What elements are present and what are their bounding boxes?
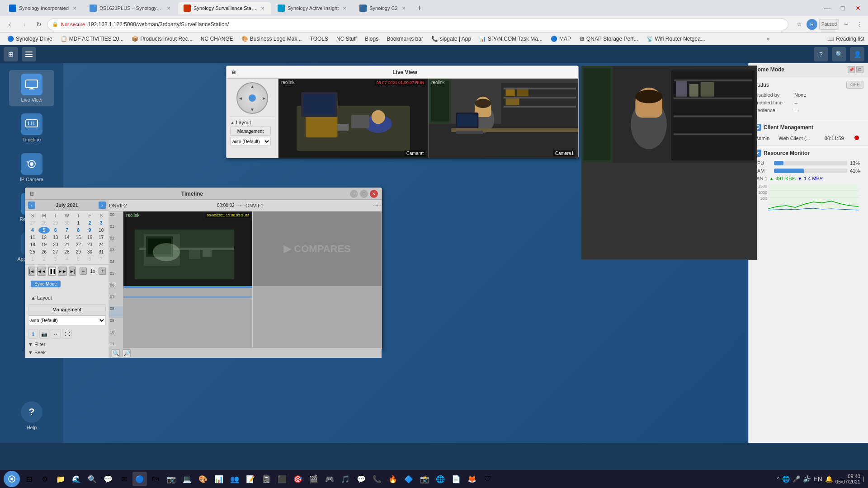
ptz-center-button[interactable] <box>249 94 256 102</box>
cal-day-5-next[interactable]: 5 <box>73 256 84 263</box>
bookmark-tools[interactable]: TOOLS <box>307 35 332 43</box>
cal-day-27[interactable]: 27 <box>50 249 61 255</box>
taskbar-clock[interactable]: 09:40 05/07/2021 <box>835 474 860 484</box>
tab-c2[interactable]: Synology C2 ✕ <box>354 2 412 14</box>
sidebar-item-help[interactable]: ? Help <box>9 398 54 434</box>
minimize-browser-button[interactable]: — <box>821 2 834 14</box>
cal-day-5-today[interactable]: 5 <box>38 227 49 234</box>
more-tools-button[interactable]: ⋮ <box>854 19 864 30</box>
timeline-close-button[interactable]: ✕ <box>370 190 378 198</box>
ptz-right-button[interactable]: ► <box>262 96 266 101</box>
cal-day-16[interactable]: 16 <box>84 234 95 241</box>
bookmark-products[interactable]: 📦 Products In/out Rec... <box>128 35 196 43</box>
cal-day-10[interactable]: 10 <box>96 227 107 234</box>
taskbar-item-torch[interactable]: 🔥 <box>386 472 400 486</box>
bookmark-mdf[interactable]: 📋 MDF ACTIVITIES 20... <box>57 35 127 43</box>
cal-day-21[interactable]: 21 <box>61 241 72 248</box>
cal-day-2[interactable]: 2 <box>84 220 95 226</box>
tab-close-5[interactable]: ✕ <box>401 5 407 11</box>
tl-play-pause-button[interactable]: ▐▐ <box>48 267 56 276</box>
bookmark-blogs[interactable]: Blogs <box>361 35 382 43</box>
cal-day-19[interactable]: 19 <box>38 241 49 248</box>
tab-close-4[interactable]: ✕ <box>341 5 348 11</box>
bookmark-span[interactable]: 📊 SPAN.COM Task Ma... <box>476 35 546 43</box>
timeline-layout-toggle[interactable]: ▲ Layout <box>28 293 106 303</box>
cal-day-4[interactable]: 4 <box>27 227 38 234</box>
taskbar-item-excel[interactable]: 📊 <box>212 472 226 486</box>
sidebar-item-live-view[interactable]: Live View <box>9 70 54 106</box>
cal-day-15[interactable]: 15 <box>73 234 84 241</box>
system-tray-expand[interactable]: ^ <box>777 476 780 482</box>
bookmark-nc-stuff[interactable]: NC Stuff <box>333 35 360 43</box>
timeline-minimize-button[interactable]: — <box>350 190 358 198</box>
bookmark-wordpress[interactable]: 🔵 MAP <box>547 35 575 43</box>
taskbar-item-vlc[interactable]: 🎬 <box>307 472 321 486</box>
timeline-layout-dropdown[interactable]: auto (Default) <box>28 315 106 325</box>
taskbar-item-taskview[interactable]: ⊞ <box>22 472 36 486</box>
taskbar-item-word[interactable]: 📝 <box>243 472 258 486</box>
taskbar-item-pdf[interactable]: 📄 <box>449 472 463 486</box>
tl-goto-start-button[interactable]: |◄ <box>28 267 35 276</box>
cal-day-18[interactable]: 18 <box>27 241 38 248</box>
tab-synology-inc[interactable]: Synology Incorporated ✕ <box>4 2 83 14</box>
reading-list-button[interactable]: 📖 Reading list <box>827 36 864 42</box>
cal-day-3-next[interactable]: 3 <box>50 256 61 263</box>
taskbar-item-code[interactable]: 💻 <box>180 472 194 486</box>
taskbar-item-store[interactable]: 🛍 <box>148 472 163 486</box>
tab-close-1[interactable]: ✕ <box>71 5 78 11</box>
microphone-icon[interactable]: 🎤 <box>793 475 800 483</box>
cal-day-11[interactable]: 11 <box>27 234 38 241</box>
bookmark-bookmarks-bar[interactable]: Bookmarks bar <box>383 35 427 43</box>
cal-day-1[interactable]: 1 <box>73 220 84 226</box>
cal-day-22[interactable]: 22 <box>73 241 84 248</box>
timeline-cam-1-feed[interactable]: reolink 06/02/2021 15:00:03 SUM <box>123 211 252 286</box>
timeline-snapshot-button[interactable]: 📷 <box>39 329 49 339</box>
synology-help-icon[interactable]: ? <box>814 47 828 61</box>
taskbar-item-spotify[interactable]: 🎵 <box>338 472 353 486</box>
tab-close-2[interactable]: ✕ <box>165 5 172 11</box>
taskbar-item-powershell[interactable]: ⬛ <box>275 472 289 486</box>
cal-day-29[interactable]: 29 <box>73 249 84 255</box>
ptz-management-button[interactable]: Management <box>230 127 271 136</box>
speed-increase-button[interactable]: + <box>99 267 106 275</box>
bookmark-logo-maker[interactable]: 🎨 Business Logo Mak... <box>238 35 306 43</box>
taskbar-item-cortana[interactable]: 💬 <box>101 472 115 486</box>
tab-close-3[interactable]: ✕ <box>259 5 266 11</box>
taskbar-start-button[interactable] <box>4 471 20 487</box>
bookmark-qnap[interactable]: 🖥 QNAP Storage Perf... <box>576 35 642 43</box>
cal-day-28[interactable]: 28 <box>61 249 72 255</box>
cal-day-7-next[interactable]: 7 <box>96 256 107 263</box>
cal-day-28-prev[interactable]: 28 <box>38 220 49 226</box>
bookmark-star-icon[interactable]: ☆ <box>794 19 805 30</box>
cal-day-7[interactable]: 7 <box>61 227 72 234</box>
timeline-cam-2-feed[interactable]: ▶ COMPARES <box>253 211 382 286</box>
bookmark-wifi[interactable]: 📡 Wifi Router Netgea... <box>643 35 709 43</box>
forward-button[interactable]: › <box>18 18 31 31</box>
synology-menu-icon[interactable] <box>22 47 36 61</box>
address-bar[interactable]: 🔒 Not secure 192.168.1.122:5000/webman/3… <box>47 19 788 30</box>
sync-mode-button[interactable]: Sync Mode <box>31 281 61 287</box>
bookmark-synology-drive[interactable]: 🔵 Synology Drive <box>4 35 56 43</box>
bookmark-nc-change[interactable]: NC CHANGE <box>197 35 237 43</box>
cal-day-13[interactable]: 13 <box>50 234 61 241</box>
cal-day-26[interactable]: 26 <box>38 249 49 255</box>
back-button[interactable]: ‹ <box>4 18 16 31</box>
ptz-up-button[interactable]: ▲ <box>250 84 255 89</box>
taskbar-item-skype[interactable]: 📞 <box>370 472 384 486</box>
tl-step-back-button[interactable]: ◄◄ <box>37 267 46 276</box>
timeline-fullscreen-button[interactable]: ⛶ <box>62 329 72 339</box>
volume-icon[interactable]: 🔊 <box>803 475 811 483</box>
taskbar-item-discord[interactable]: 💬 <box>354 472 368 486</box>
language-icon[interactable]: EN <box>813 475 822 483</box>
taskbar-item-browser-2[interactable]: 🦊 <box>465 472 479 486</box>
taskbar-item-edge[interactable]: 🌊 <box>69 472 84 486</box>
new-tab-button[interactable]: + <box>413 2 426 14</box>
cal-day-29-prev[interactable]: 29 <box>50 220 61 226</box>
cal-day-17[interactable]: 17 <box>96 234 107 241</box>
cal-day-24[interactable]: 24 <box>96 241 107 248</box>
cal-day-25[interactable]: 25 <box>27 249 38 255</box>
synology-apps-grid-icon[interactable]: ⊞ <box>4 47 18 61</box>
status-toggle[interactable]: OFF <box>846 81 863 89</box>
taskbar-item-antivirus[interactable]: 🛡 <box>481 472 495 486</box>
cal-day-1-next[interactable]: 1 <box>27 256 38 263</box>
